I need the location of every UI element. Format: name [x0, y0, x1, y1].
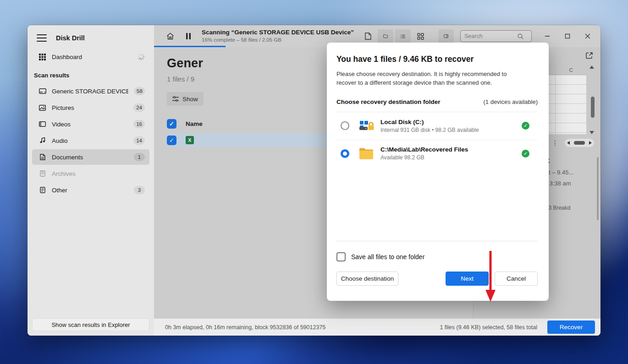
destination-section-label: Choose recovery destination folder — [336, 98, 441, 105]
folder-icon — [358, 147, 374, 159]
radio-unselected[interactable] — [341, 121, 349, 130]
save-one-folder-label: Save all files to one folder — [351, 253, 424, 261]
sidebar-item-audio[interactable]: Audio 14 — [32, 133, 149, 148]
cancel-button[interactable]: Cancel — [495, 272, 538, 286]
scan-results-section-label: Scan results — [32, 65, 149, 82]
ok-check-icon: ✓ — [522, 122, 529, 130]
sidebar: Disk Drill Dashboard Scan results Generi… — [28, 25, 154, 336]
dashboard-grid-icon — [39, 54, 46, 60]
recovery-destination-dialog: You have 1 files / 9.46 KB to recover Pl… — [327, 43, 549, 301]
documents-icon — [39, 154, 46, 160]
sidebar-item-other[interactable]: Other 3 — [32, 182, 149, 198]
recover-button[interactable]: Recover — [547, 321, 595, 334]
scanning-spinner-icon — [138, 53, 145, 60]
choose-destination-button[interactable]: Choose destination — [336, 272, 398, 286]
sidebar-item-label: Other — [52, 187, 128, 194]
count-badge: 58 — [134, 87, 145, 95]
devices-available-label: (1 devices available) — [483, 98, 538, 105]
sidebar-item-label: Pictures — [52, 104, 128, 111]
dialog-title: You have 1 files / 9.46 KB to recover — [336, 54, 538, 64]
sidebar-item-archives[interactable]: Archives — [32, 166, 149, 181]
archives-icon — [39, 170, 46, 177]
count-badge: 1 — [134, 153, 145, 161]
destination-details: Internal 931 GB disk • 98.2 GB available — [380, 127, 522, 133]
disk-drill-window: Disk Drill Dashboard Scan results Generi… — [28, 25, 600, 336]
radio-selected[interactable] — [341, 149, 349, 158]
drive-icon — [39, 88, 46, 94]
show-scan-results-explorer-button[interactable]: Show scan results in Explorer — [32, 318, 149, 331]
app-title: Disk Drill — [56, 34, 85, 42]
sidebar-item-label: Archives — [52, 170, 128, 177]
next-button[interactable]: Next — [446, 272, 489, 286]
dialog-description: Please choose recovery destination. It i… — [336, 70, 522, 87]
sidebar-item-pictures[interactable]: Pictures 24 — [32, 100, 149, 115]
save-one-folder-option[interactable]: Save all files to one folder — [336, 252, 538, 261]
sidebar-item-label: Audio — [52, 137, 128, 144]
destination-name: C:\Media\Lab\Recovered Files — [380, 146, 522, 153]
videos-icon — [39, 121, 46, 127]
hamburger-menu-icon[interactable] — [37, 34, 47, 42]
count-badge: 24 — [133, 103, 145, 112]
audio-icon — [39, 137, 46, 144]
main-area: Scanning “Generic STORAGE DEVICE USB Dev… — [154, 25, 600, 336]
save-one-folder-checkbox[interactable] — [336, 252, 346, 261]
other-icon — [39, 187, 46, 193]
sidebar-item-label: Videos — [52, 121, 128, 128]
sidebar-item-label: Documents — [52, 154, 128, 161]
sidebar-item-dashboard[interactable]: Dashboard — [32, 49, 149, 65]
destination-option-recovered-files[interactable]: C:\Media\Lab\Recovered Files Available 9… — [336, 140, 538, 167]
selection-status-text: 1 files (9.46 KB) selected, 58 files tot… — [440, 324, 547, 331]
sidebar-item-documents[interactable]: Documents 1 — [32, 149, 149, 165]
destination-details: Available 98.2 GB — [380, 154, 522, 161]
sidebar-item-label: Dashboard — [52, 54, 132, 60]
ok-check-icon: ✓ — [522, 150, 529, 158]
local-disk-icon — [358, 120, 374, 132]
count-badge: 3 — [134, 186, 145, 194]
scan-status-text: 0h 3m elapsed, 0h 16m remaining, block 9… — [165, 324, 325, 331]
count-badge: 14 — [133, 136, 145, 145]
sidebar-item-videos[interactable]: Videos 16 — [32, 116, 149, 132]
destination-list: Local Disk (C:) Internal 931 GB disk • 9… — [336, 112, 538, 241]
destination-option-local-disk[interactable]: Local Disk (C:) Internal 931 GB disk • 9… — [336, 112, 538, 140]
destination-name: Local Disk (C:) — [380, 119, 522, 125]
sidebar-item-label: Generic STORAGE DEVICE U... — [52, 88, 128, 95]
count-badge: 16 — [133, 120, 145, 128]
sidebar-item-device[interactable]: Generic STORAGE DEVICE U... 58 — [32, 83, 149, 99]
status-bar: 0h 3m elapsed, 0h 16m remaining, block 9… — [154, 318, 600, 336]
pictures-icon — [39, 105, 46, 111]
